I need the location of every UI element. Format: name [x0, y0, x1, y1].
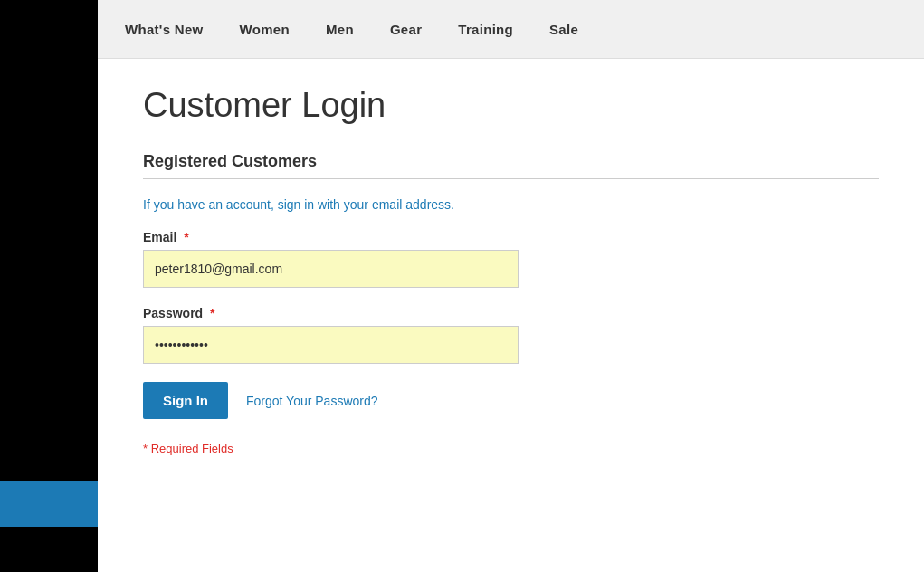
main-wrapper: What's New Women Men Gear Training Sale …: [98, 0, 924, 572]
forgot-password-link[interactable]: Forgot Your Password?: [246, 394, 378, 408]
email-input[interactable]: [143, 250, 519, 288]
email-label: Email *: [143, 230, 879, 244]
required-fields-note: * Required Fields: [143, 442, 879, 455]
info-text: If you have an account, sign in with you…: [143, 197, 879, 212]
form-actions: Sign In Forgot Your Password?: [143, 382, 879, 419]
sign-in-button[interactable]: Sign In: [143, 382, 228, 419]
email-form-group: Email *: [143, 230, 879, 288]
nav-item-whats-new[interactable]: What's New: [125, 22, 204, 37]
nav-item-men[interactable]: Men: [326, 22, 354, 37]
email-required-asterisk: *: [184, 230, 188, 244]
left-sidebar: [0, 0, 98, 572]
nav-item-sale[interactable]: Sale: [549, 22, 578, 37]
password-input[interactable]: [143, 326, 519, 364]
registered-section-title: Registered Customers: [143, 152, 879, 171]
password-label: Password *: [143, 306, 879, 320]
password-required-asterisk: *: [210, 306, 214, 320]
password-form-group: Password *: [143, 306, 879, 364]
password-label-text: Password: [143, 306, 203, 320]
section-divider: [143, 178, 879, 179]
page-title: Customer Login: [143, 86, 879, 125]
nav-item-training[interactable]: Training: [458, 22, 513, 37]
main-nav: What's New Women Men Gear Training Sale: [125, 22, 578, 37]
navbar: What's New Women Men Gear Training Sale: [98, 0, 924, 59]
nav-item-women[interactable]: Women: [240, 22, 290, 37]
blue-tab: [0, 481, 98, 527]
nav-item-gear[interactable]: Gear: [390, 22, 422, 37]
email-label-text: Email: [143, 230, 176, 244]
page-content: Customer Login Registered Customers If y…: [98, 59, 924, 572]
